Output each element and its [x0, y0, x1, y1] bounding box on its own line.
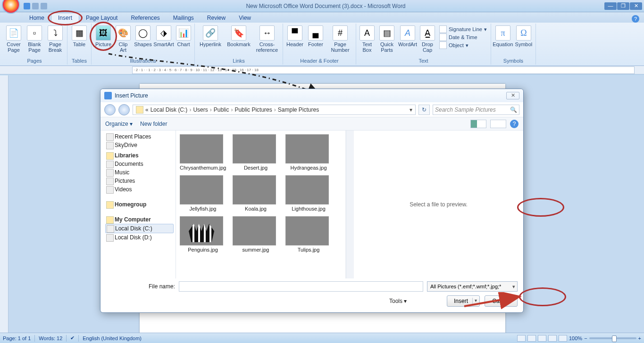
- bookmark-button[interactable]: 🔖Bookmark: [225, 24, 252, 48]
- preview-pane-button[interactable]: [490, 120, 506, 128]
- tab-insert[interactable]: Insert: [51, 13, 79, 23]
- nav-documents[interactable]: Documents: [105, 160, 176, 168]
- ribbon: 📄Cover Page ▫Blank Page ⤵Page Break Page…: [0, 23, 644, 66]
- navigation-pane[interactable]: Recent Places SkyDrive Libraries Documen…: [100, 131, 176, 278]
- status-page[interactable]: Page: 1 of 1: [3, 335, 31, 341]
- nav-recent-places[interactable]: Recent Places: [105, 132, 176, 141]
- smartart-button[interactable]: ⬗SmartArt: [154, 24, 174, 48]
- nav-skydrive[interactable]: SkyDrive: [105, 141, 176, 149]
- save-icon[interactable]: [24, 3, 30, 9]
- page-number-button[interactable]: #Page Number: [326, 24, 354, 54]
- quick-parts-button[interactable]: ▤Quick Parts: [377, 24, 397, 54]
- nav-homegroup[interactable]: Homegroup: [105, 198, 176, 209]
- clip-art-button[interactable]: 🎨Clip Art: [114, 24, 132, 54]
- group-symbols: πEquation ΩSymbol Symbols: [491, 24, 536, 65]
- vertical-ruler[interactable]: [0, 75, 8, 333]
- organize-button[interactable]: Organize ▾: [105, 121, 133, 127]
- table-button[interactable]: ▦Table: [69, 24, 89, 48]
- picture-button[interactable]: 🖼Picture: [93, 24, 113, 48]
- nav-videos[interactable]: Videos: [105, 185, 176, 194]
- back-button[interactable]: [104, 104, 116, 115]
- web-layout-view[interactable]: [538, 335, 546, 342]
- help-icon[interactable]: ?: [632, 15, 639, 23]
- group-tables: ▦Table Tables: [67, 24, 92, 65]
- file-thumbnail[interactable]: Hydrangeas.jpg: [285, 134, 332, 171]
- nav-drive-d[interactable]: Local Disk (D:): [105, 233, 176, 242]
- search-box[interactable]: Search Sample Pictures 🔍: [433, 105, 519, 115]
- cover-page-button[interactable]: 📄Cover Page: [4, 24, 24, 54]
- insert-button[interactable]: Insert: [447, 295, 480, 307]
- refresh-button[interactable]: ↻: [418, 105, 430, 115]
- minimize-button[interactable]: —: [604, 2, 617, 10]
- signature-line-button[interactable]: Signature Line ▾: [439, 25, 487, 33]
- status-language[interactable]: English (United Kingdom): [83, 335, 142, 341]
- tab-mailings[interactable]: Mailings: [167, 13, 201, 23]
- proofing-icon[interactable]: ✔: [70, 335, 75, 341]
- dialog-close-button[interactable]: ✕: [506, 92, 519, 99]
- dialog-footer: File name: All Pictures (*.emf;*.wmf;*.j…: [100, 278, 523, 312]
- tools-menu[interactable]: Tools ▾: [389, 298, 407, 304]
- tab-review[interactable]: Review: [201, 13, 232, 23]
- nav-pictures[interactable]: Pictures: [105, 177, 176, 185]
- file-list[interactable]: Chrysanthemum.jpgDesert.jpgHydrangeas.jp…: [176, 131, 346, 278]
- object-button[interactable]: Object ▾: [439, 41, 487, 49]
- file-thumbnail[interactable]: Desert.jpg: [233, 134, 279, 171]
- undo-icon[interactable]: [32, 3, 39, 9]
- office-button[interactable]: [2, 0, 20, 14]
- redo-icon[interactable]: [41, 3, 47, 9]
- draft-view[interactable]: [559, 335, 567, 342]
- file-thumbnail[interactable]: Chrysanthemum.jpg: [180, 134, 226, 171]
- date-time-button[interactable]: Date & Time: [439, 33, 487, 41]
- outline-view[interactable]: [548, 335, 557, 342]
- nav-music[interactable]: Music: [105, 168, 176, 177]
- hyperlink-button[interactable]: 🔗Hyperlink: [197, 24, 224, 48]
- file-thumbnail[interactable]: Lighthouse.jpg: [285, 175, 332, 212]
- view-options-button[interactable]: [470, 120, 486, 128]
- file-thumbnail[interactable]: Penguins.jpg: [180, 216, 226, 253]
- forward-button[interactable]: [118, 104, 130, 115]
- search-icon[interactable]: 🔍: [510, 106, 517, 113]
- maximize-button[interactable]: ❐: [617, 2, 629, 10]
- nav-my-computer[interactable]: My Computer: [105, 213, 176, 224]
- new-folder-button[interactable]: New folder: [140, 121, 167, 127]
- equation-button[interactable]: πEquation: [493, 24, 513, 48]
- file-type-filter[interactable]: All Pictures (*.emf;*.wmf;*.jpg;*: [427, 281, 518, 292]
- zoom-level[interactable]: 100%: [569, 335, 582, 341]
- footer-button[interactable]: ▄Footer: [306, 24, 326, 48]
- chart-button[interactable]: 📊Chart: [175, 24, 192, 48]
- cancel-button[interactable]: Cancel: [485, 295, 518, 307]
- tab-view[interactable]: View: [232, 13, 258, 23]
- cross-reference-button[interactable]: ↔Cross-reference: [253, 24, 281, 54]
- tab-page-layout[interactable]: Page Layout: [79, 13, 124, 23]
- dialog-help-icon[interactable]: ?: [510, 120, 519, 128]
- nav-drive-c[interactable]: Local Disk (C:): [105, 224, 174, 233]
- shapes-button[interactable]: ◯Shapes: [133, 24, 153, 48]
- file-name-input[interactable]: [179, 281, 423, 292]
- nav-libraries[interactable]: Libraries: [105, 149, 176, 160]
- tab-home[interactable]: Home: [23, 13, 51, 23]
- dialog-title-bar[interactable]: Insert Picture ✕: [100, 89, 523, 102]
- file-scrollbar[interactable]: [346, 131, 354, 278]
- breadcrumb[interactable]: « Local Disk (C:)› Users› Public› Public…: [133, 105, 416, 115]
- header-button[interactable]: ▀Header: [285, 24, 305, 48]
- status-words[interactable]: Words: 12: [39, 335, 62, 341]
- print-layout-view[interactable]: [517, 335, 526, 342]
- tab-references[interactable]: References: [124, 13, 166, 23]
- file-thumbnail[interactable]: Koala.jpg: [233, 175, 279, 212]
- status-bar: Page: 1 of 1 Words: 12 ✔ English (United…: [0, 333, 644, 343]
- blank-page-button[interactable]: ▫Blank Page: [25, 24, 44, 54]
- drop-cap-button[interactable]: A̲Drop Cap: [418, 24, 436, 54]
- file-thumbnail[interactable]: summer.jpg: [233, 216, 279, 253]
- page-break-button[interactable]: ⤵Page Break: [45, 24, 65, 54]
- horizontal-ruler[interactable]: · 2 · 1 · · 1 · 2 · 3 · 4 · 5 · 6 · 7 · …: [132, 66, 635, 74]
- file-thumbnail[interactable]: Jellyfish.jpg: [180, 175, 226, 212]
- zoom-slider[interactable]: [589, 337, 636, 339]
- file-thumbnail[interactable]: Tulips.jpg: [285, 216, 332, 253]
- zoom-in[interactable]: +: [638, 335, 641, 341]
- symbol-button[interactable]: ΩSymbol: [514, 24, 534, 48]
- zoom-out[interactable]: −: [584, 335, 587, 341]
- text-box-button[interactable]: AText Box: [358, 24, 376, 54]
- wordart-button[interactable]: AWordArt: [398, 24, 418, 48]
- close-button[interactable]: ✕: [630, 2, 642, 10]
- full-screen-view[interactable]: [527, 335, 536, 342]
